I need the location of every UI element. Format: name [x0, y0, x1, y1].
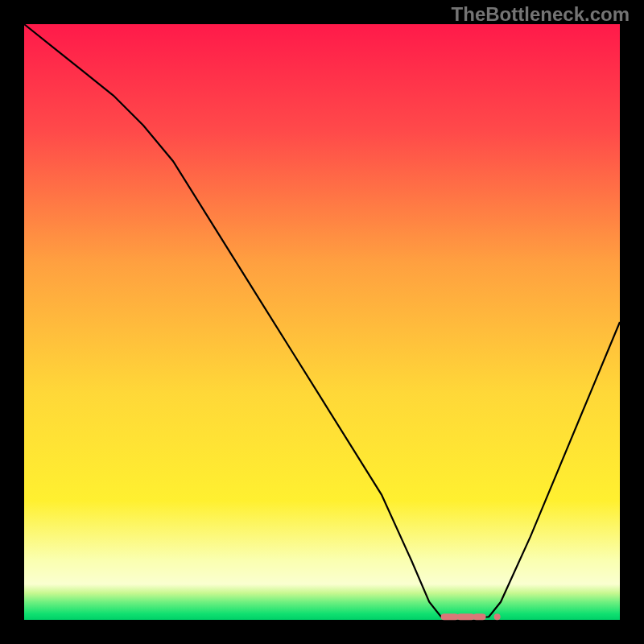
plot-area	[24, 24, 620, 620]
watermark-text: TheBottleneck.com	[452, 3, 630, 26]
bottleneck-chart	[0, 0, 644, 644]
chart-container: TheBottleneck.com	[0, 0, 644, 644]
svg-point-1	[494, 613, 501, 620]
